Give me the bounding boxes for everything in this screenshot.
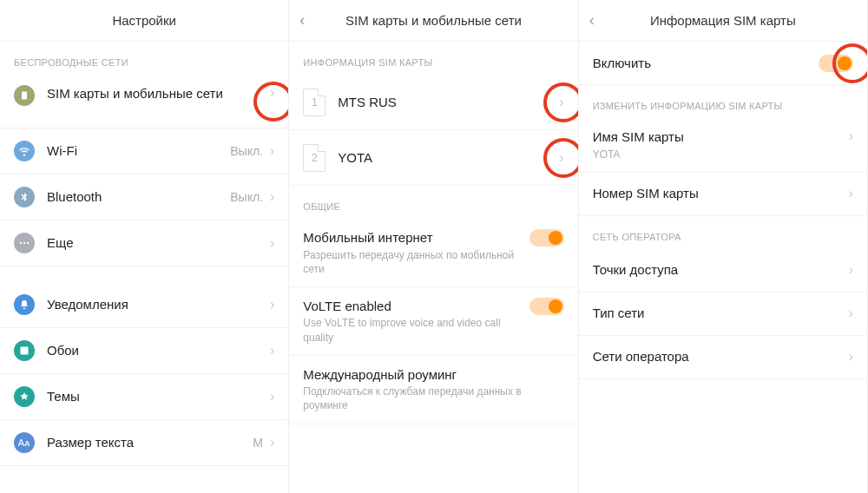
notifications-icon [14, 294, 35, 315]
row-title: VoLTE enabled [303, 298, 529, 315]
chevron-right-icon: › [849, 262, 853, 278]
row-title: Размер текста [47, 434, 253, 451]
chevron-right-icon: › [270, 143, 274, 159]
sim2-row[interactable]: 2 YOTA › [289, 130, 577, 186]
svg-point-3 [27, 242, 29, 244]
svg-point-1 [20, 242, 22, 244]
chevron-right-icon: › [270, 189, 274, 205]
sim-name-value: YOTA [593, 148, 849, 161]
chevron-right-icon: › [270, 297, 274, 312]
text-value: М [253, 436, 263, 450]
panel3-body: Включить ИЗМЕНИТЬ ИНФОРМАЦИЮ SIM КАРТЫ И… [579, 42, 867, 493]
roaming-row[interactable]: Международный роуминг Подключаться к слу… [289, 356, 577, 424]
sim2-label: YOTA [338, 149, 559, 167]
row-title: Включить [593, 55, 819, 72]
row-title: Bluetooth [47, 188, 230, 206]
wallpaper-icon [14, 340, 35, 361]
enable-sim-toggle[interactable] [819, 55, 853, 72]
chevron-right-icon: › [849, 349, 853, 365]
chevron-right-icon: › [849, 186, 853, 201]
svg-point-2 [23, 242, 25, 244]
edit-siminfo-section-header: ИЗМЕНИТЬ ИНФОРМАЦИЮ SIM КАРТЫ [579, 85, 867, 118]
panel1-title: Настройки [112, 13, 176, 28]
panel3-title: Информация SIM карты [650, 13, 796, 28]
row-title: Международный роуминг [303, 366, 563, 384]
enable-sim-row[interactable]: Включить [579, 42, 867, 85]
sim1-label: MTS RUS [338, 94, 559, 111]
chevron-right-icon: › [559, 150, 563, 166]
row-sub: Разрешить передачу данных по мобильной с… [303, 248, 529, 276]
sim-networks-row[interactable]: SIM карты и мобильные сети › [0, 75, 288, 128]
chevron-right-icon: › [270, 235, 274, 251]
wallpaper-row[interactable]: Обои › [0, 328, 288, 374]
row-title: Тип сети [593, 305, 849, 322]
wifi-row[interactable]: Wi-Fi Выкл. › [0, 128, 288, 174]
chevron-right-icon: › [270, 343, 274, 358]
row-title: Точки доступа [593, 261, 849, 279]
panel1-body: БЕСПРОВОДНЫЕ СЕТИ SIM карты и мобильные … [0, 42, 288, 493]
themes-icon [14, 386, 35, 407]
row-title: Уведомления [47, 296, 270, 313]
more-row[interactable]: Еще › [0, 220, 288, 266]
wifi-value: Выкл. [230, 144, 263, 158]
panel1-header: Настройки [0, 0, 288, 42]
chevron-right-icon: › [270, 85, 274, 101]
more-icon [14, 233, 35, 253]
notifications-row[interactable]: Уведомления › [0, 282, 288, 328]
mobile-data-toggle[interactable] [529, 229, 564, 246]
chevron-right-icon: › [270, 435, 274, 450]
row-title: SIM карты и мобильные сети [47, 85, 270, 102]
sim-icon [14, 85, 35, 106]
volte-row[interactable]: VoLTE enabled Use VoLTE to improve voice… [289, 287, 577, 356]
chevron-right-icon: › [270, 389, 274, 404]
wifi-icon [14, 141, 35, 161]
back-button[interactable]: ‹ [589, 11, 595, 30]
mobile-data-row[interactable]: Мобильный интернет Разрешить передачу да… [289, 219, 577, 287]
carrier-section-header: СЕТЬ ОПЕРАТОРА [579, 216, 867, 249]
bluetooth-row[interactable]: Bluetooth Выкл. › [0, 174, 288, 220]
row-title: Имя SIM карты [593, 128, 849, 146]
bluetooth-icon [14, 187, 35, 207]
apn-row[interactable]: Точки доступа › [579, 249, 867, 293]
sim-card-2-icon: 2 [303, 144, 326, 172]
carrier-networks-row[interactable]: Сети оператора › [579, 336, 867, 379]
panel2-header: ‹ SIM карты и мобильные сети [289, 0, 577, 42]
siminfo-section-header: ИНФОРМАЦИЯ SIM КАРТЫ [289, 42, 577, 75]
back-button[interactable]: ‹ [299, 11, 305, 30]
panel3-header: ‹ Информация SIM карты [579, 0, 867, 42]
row-sub: Подключаться к службам передачи данных в… [303, 385, 563, 412]
row-title: Сети оператора [593, 348, 849, 365]
sim-number-row[interactable]: Номер SIM карты › [579, 173, 867, 216]
chevron-right-icon: › [849, 128, 853, 144]
row-title: Обои [47, 342, 270, 359]
chevron-right-icon: › [559, 95, 563, 110]
row-content: SIM карты и мобильные сети [47, 85, 270, 102]
row-title: Еще [47, 234, 270, 252]
text-size-icon: Aᴀ [14, 432, 35, 453]
sim1-row[interactable]: 1 MTS RUS › [289, 75, 577, 130]
network-type-row[interactable]: Тип сети › [579, 293, 867, 336]
general-section-header: ОБЩИЕ [289, 186, 577, 219]
row-title: Темы [47, 388, 270, 405]
wireless-section-header: БЕСПРОВОДНЫЕ СЕТИ [0, 42, 288, 75]
sim-networks-panel: ‹ SIM карты и мобильные сети ИНФОРМАЦИЯ … [289, 0, 578, 493]
row-sub: Use VoLTE to improve voice and video cal… [303, 316, 529, 344]
svg-rect-0 [22, 92, 27, 100]
panel2-body: ИНФОРМАЦИЯ SIM КАРТЫ 1 MTS RUS › 2 YOTA … [289, 42, 577, 493]
row-title: Номер SIM карты [593, 185, 849, 202]
bt-value: Выкл. [230, 190, 263, 204]
row-title: Wi-Fi [47, 142, 230, 160]
svg-rect-4 [21, 347, 29, 355]
sim-info-panel: ‹ Информация SIM карты Включить ИЗМЕНИТЬ… [579, 0, 868, 493]
settings-panel: Настройки БЕСПРОВОДНЫЕ СЕТИ SIM карты и … [0, 0, 289, 493]
volte-toggle[interactable] [529, 298, 564, 315]
text-size-row[interactable]: Aᴀ Размер текста М › [0, 420, 288, 466]
sim-card-1-icon: 1 [303, 89, 326, 116]
sim-name-row[interactable]: Имя SIM карты YOTA › [579, 118, 867, 173]
chevron-right-icon: › [849, 306, 853, 321]
row-title: Мобильный интернет [303, 229, 529, 246]
panel2-title: SIM карты и мобильные сети [345, 13, 522, 28]
themes-row[interactable]: Темы › [0, 374, 288, 420]
